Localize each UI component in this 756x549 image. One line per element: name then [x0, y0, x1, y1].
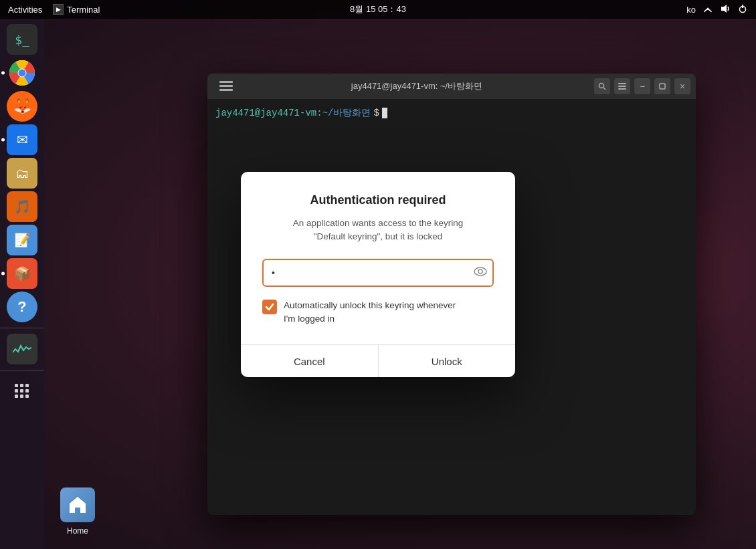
unlock-button[interactable]: Unlock	[379, 345, 516, 377]
dialog-description: An application wants access to the keyri…	[262, 217, 494, 244]
svg-point-27	[478, 269, 482, 273]
dialog-footer: Cancel Unlock	[241, 344, 515, 377]
password-field-container	[262, 259, 494, 287]
password-visibility-toggle[interactable]	[474, 266, 487, 280]
dialog-body: Authentication required An application w…	[241, 172, 515, 344]
password-input[interactable]	[262, 259, 494, 287]
dialog-title: Authentication required	[262, 193, 494, 207]
auto-unlock-row: Automatically unlock this keyring whenev…	[262, 299, 494, 326]
svg-point-26	[474, 267, 486, 276]
auth-dialog: Authentication required An application w…	[241, 172, 515, 377]
auto-unlock-label: Automatically unlock this keyring whenev…	[284, 299, 456, 326]
cancel-button[interactable]: Cancel	[241, 345, 379, 377]
auto-unlock-checkbox[interactable]	[262, 300, 277, 314]
dialog-overlay: Authentication required An application w…	[0, 0, 756, 549]
